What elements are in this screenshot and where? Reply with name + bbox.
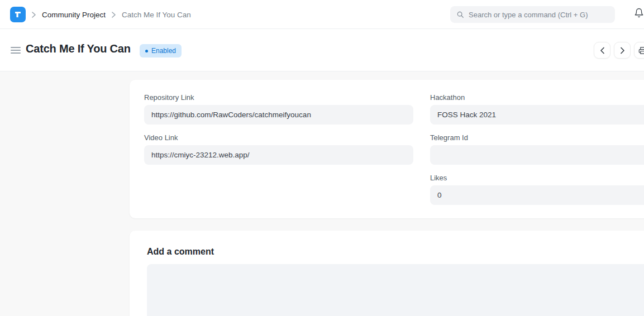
- field-likes: Likes: [430, 173, 644, 205]
- next-document-button[interactable]: [614, 42, 631, 59]
- hackathon-input[interactable]: [430, 105, 644, 125]
- page-head-actions: [594, 42, 644, 59]
- status-dot: [145, 50, 148, 52]
- global-search[interactable]: [450, 6, 615, 23]
- frappe-logo-icon: [13, 10, 22, 19]
- page-title: Catch Me If You Can: [26, 42, 131, 55]
- document-form-card: Repository Link Video Link Hackathon Tel…: [130, 80, 644, 218]
- likes-input[interactable]: [430, 185, 644, 205]
- telegram-id-label: Telegram Id: [430, 133, 644, 142]
- likes-label: Likes: [430, 173, 644, 183]
- chevron-right-icon: [112, 12, 116, 18]
- add-comment-heading: Add a comment: [147, 247, 644, 257]
- form-column-left: Repository Link Video Link: [144, 93, 413, 213]
- notifications-bell-icon[interactable]: [634, 7, 644, 18]
- top-navbar: Community Project Catch Me If You Can: [0, 0, 644, 29]
- printer-icon: [638, 46, 644, 55]
- status-badge: Enabled: [140, 44, 182, 58]
- field-telegram-id: Telegram Id: [430, 133, 644, 165]
- breadcrumb: Community Project Catch Me If You Can: [32, 0, 191, 29]
- status-badge-label: Enabled: [151, 47, 176, 55]
- breadcrumb-item-current-doc: Catch Me If You Can: [122, 11, 191, 19]
- page-head: Catch Me If You Can Enabled: [0, 29, 644, 71]
- repository-link-input[interactable]: [144, 105, 413, 125]
- frappe-logo[interactable]: [10, 7, 26, 22]
- sidebar-toggle-icon[interactable]: [11, 47, 21, 54]
- search-icon: [456, 11, 464, 18]
- print-button[interactable]: [634, 42, 644, 59]
- field-repository-link: Repository Link: [144, 93, 413, 125]
- search-input[interactable]: [469, 11, 609, 19]
- telegram-id-input[interactable]: [430, 145, 644, 165]
- video-link-label: Video Link: [144, 133, 413, 142]
- hackathon-label: Hackathon: [430, 93, 644, 102]
- breadcrumb-item-community-project[interactable]: Community Project: [42, 11, 106, 19]
- comment-input-box[interactable]: [147, 264, 644, 316]
- page-content: Repository Link Video Link Hackathon Tel…: [0, 71, 644, 316]
- app-window: Community Project Catch Me If You Can Ca…: [0, 0, 644, 316]
- video-link-input[interactable]: [144, 145, 413, 165]
- repository-link-label: Repository Link: [144, 93, 413, 102]
- prev-document-button[interactable]: [594, 42, 610, 59]
- field-hackathon: Hackathon: [430, 93, 644, 125]
- chevron-right-icon: [32, 12, 36, 18]
- field-video-link: Video Link: [144, 133, 413, 165]
- form-column-right: Hackathon Telegram Id Likes: [430, 93, 644, 213]
- comments-card: Add a comment: [130, 231, 644, 316]
